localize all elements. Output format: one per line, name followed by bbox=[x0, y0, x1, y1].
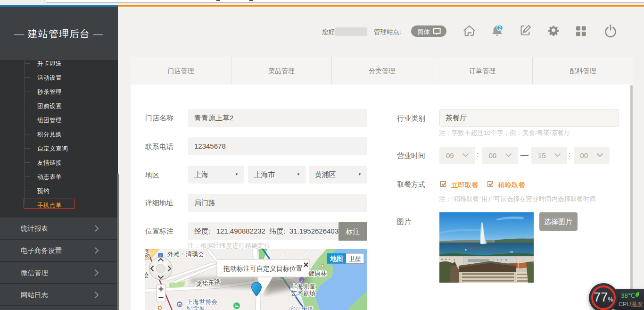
svg-text:滨江大道: 滨江大道 bbox=[289, 306, 314, 310]
svg-text:艺术剧场: 艺术剧场 bbox=[291, 290, 315, 297]
svg-text:纪念展: 纪念展 bbox=[187, 305, 205, 310]
svg-text:地图: 地图 bbox=[330, 255, 343, 262]
svg-text:场: 场 bbox=[145, 251, 150, 258]
svg-text:2: 2 bbox=[498, 25, 501, 31]
svg-text:拖动标注可自定义目标位置: 拖动标注可自定义目标位置 bbox=[223, 265, 303, 272]
svg-text:卫星: 卫星 bbox=[349, 255, 362, 262]
svg-text:外滩・湾璞会: 外滩・湾璞会 bbox=[167, 251, 204, 258]
svg-text:www.500px.com www.500px.com: www.500px.com www.500px.com bbox=[468, 247, 496, 249]
svg-text:上海儿童: 上海儿童 bbox=[291, 283, 315, 290]
svg-text:绘: 绘 bbox=[145, 271, 149, 279]
svg-text:上海世博会: 上海世博会 bbox=[187, 298, 217, 305]
svg-text:健康林: 健康林 bbox=[308, 270, 327, 277]
svg-text:♪: ♪ bbox=[301, 278, 303, 283]
